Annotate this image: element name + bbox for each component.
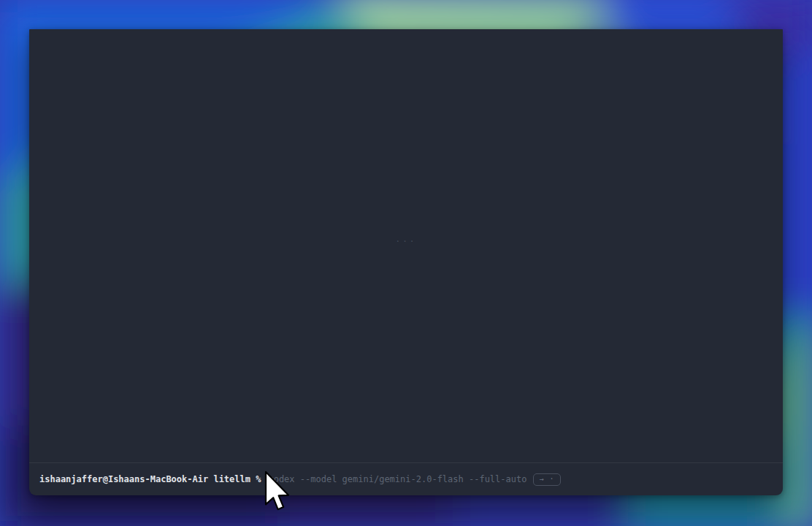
command-input-line[interactable]: ishaanjaffer@Ishaans-MacBook-Air litellm… [29,462,783,495]
autosuggestion-text: codex --model gemini/gemini-2.0-flash --… [268,474,526,484]
shell-prompt: ishaanjaffer@Ishaans-MacBook-Air litellm… [39,474,261,484]
terminal-window: ··· ishaanjaffer@Ishaans-MacBook-Air lit… [29,29,783,495]
accept-suggestion-hint-badge: → · [533,473,560,486]
desktop: ··· ishaanjaffer@Ishaans-MacBook-Air lit… [0,0,812,526]
text-cursor [265,474,267,485]
loading-dots-indicator: ··· [29,237,783,246]
terminal-output-area[interactable]: ··· [29,29,783,462]
